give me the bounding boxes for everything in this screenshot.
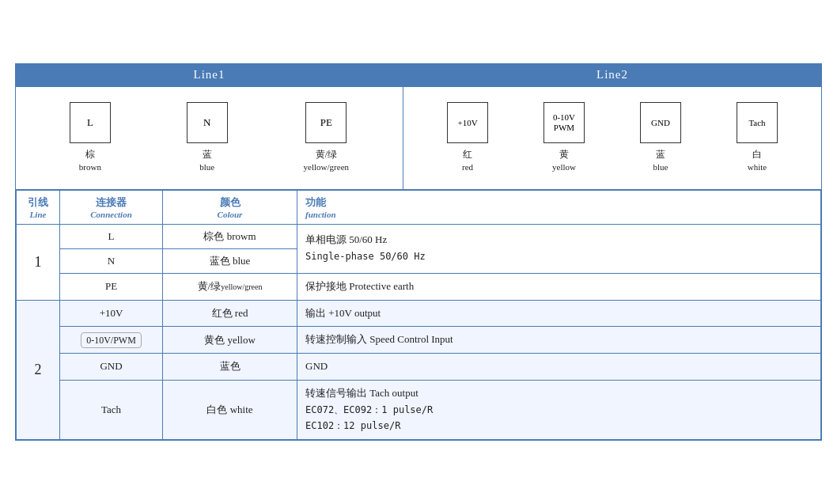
header-line1: Line1 <box>16 63 403 86</box>
connector-item: L 棕 brown <box>70 102 111 173</box>
connector-label: 棕 brown <box>79 148 101 173</box>
connector-cn: 红 <box>462 148 473 161</box>
connector-item: GND 蓝 blue <box>640 102 681 173</box>
cell-color: 蓝色 <box>163 354 297 381</box>
header-row: Line1 Line2 <box>16 63 821 87</box>
th-conn-en: Connection <box>68 210 154 219</box>
connector-box: +10V <box>447 102 488 143</box>
th-color-cn: 颜色 <box>171 195 289 210</box>
connector-en: blue <box>653 161 668 173</box>
diagram-line2: +10V 红 red 0-10VPWM 黄 yellow GND 蓝 blue … <box>403 87 821 189</box>
connector-box: GND <box>640 102 681 143</box>
cell-color: 黄/绿yellow/green <box>163 273 297 300</box>
connector-en: white <box>748 161 767 173</box>
cell-color: 红色 red <box>163 300 297 327</box>
th-line-cn: 引线 <box>25 195 51 210</box>
connector-label: 蓝 blue <box>653 148 668 173</box>
table-row: 2+10V红色 red输出 +10V output <box>17 300 821 327</box>
cell-function: GND <box>297 354 821 381</box>
connector-en: red <box>462 161 473 173</box>
table-row: 1L棕色 browm单相电源 50/60 HzSingle-phase 50/6… <box>17 224 821 248</box>
connector-item: PE 黄/绿 yellow/green <box>304 102 349 173</box>
cell-connector: N <box>60 248 163 273</box>
connector-box: PE <box>305 102 347 143</box>
connector-box: 0-10VPWM <box>543 102 585 143</box>
connector-label: 白 white <box>748 148 767 173</box>
cell-function: 保护接地 Protective earth <box>297 273 821 300</box>
header-line2: Line2 <box>403 63 821 86</box>
table-row: PE黄/绿yellow/green保护接地 Protective earth <box>17 273 821 300</box>
connector-box: N <box>187 102 228 143</box>
th-color: 颜色 Colour <box>163 190 297 224</box>
cell-function: 转速信号输出 Tach outputEC072、EC092：1 pulse/RE… <box>297 380 821 439</box>
connector-cn: 蓝 <box>199 148 214 161</box>
table-row: 0-10V/PWM黄色 yellow转速控制输入 Speed Control I… <box>17 327 821 354</box>
connector-item: +10V 红 red <box>447 102 488 173</box>
main-container: Line1 Line2 L 棕 brown N 蓝 blue PE 黄/绿 ye… <box>15 63 822 441</box>
connector-cn: 黄/绿 <box>304 148 349 161</box>
cell-connector: PE <box>60 273 163 300</box>
connector-label: 黄/绿 yellow/green <box>304 148 349 173</box>
th-func: 功能 function <box>297 190 821 224</box>
th-color-en: Colour <box>171 210 289 219</box>
connector-item: Tach 白 white <box>737 102 778 173</box>
th-line: 引线 Line <box>17 190 60 224</box>
th-line-en: Line <box>25 210 51 219</box>
diagram-row: L 棕 brown N 蓝 blue PE 黄/绿 yellow/green +… <box>16 87 821 190</box>
cell-color: 棕色 browm <box>163 224 297 248</box>
cell-function: 输出 +10V output <box>297 300 821 327</box>
table-body: 1L棕色 browm单相电源 50/60 HzSingle-phase 50/6… <box>17 224 821 440</box>
table-header-row: 引线 Line 连接器 Connection 颜色 Colour 功能 func… <box>17 190 821 224</box>
connector-cn: 蓝 <box>653 148 668 161</box>
th-conn: 连接器 Connection <box>60 190 163 224</box>
cell-connector: GND <box>60 354 163 381</box>
cell-color: 黄色 yellow <box>163 327 297 354</box>
cell-color: 蓝色 blue <box>163 248 297 273</box>
connector-label: 蓝 blue <box>199 148 214 173</box>
connector-en: brown <box>79 161 101 173</box>
connector-label: 红 red <box>462 148 473 173</box>
connector-box: Tach <box>737 102 778 143</box>
th-func-en: function <box>305 210 812 219</box>
table-row: GND蓝色GND <box>17 354 821 381</box>
connector-cn: 棕 <box>79 148 101 161</box>
cell-connector: L <box>60 224 163 248</box>
cell-line-group: 1 <box>17 224 60 300</box>
connector-item: N 蓝 blue <box>187 102 228 173</box>
connector-en: blue <box>199 161 214 173</box>
cell-color: 白色 white <box>163 380 297 439</box>
diagram-line1: L 棕 brown N 蓝 blue PE 黄/绿 yellow/green <box>16 87 403 189</box>
connector-box: L <box>70 102 111 143</box>
connector-cn: 白 <box>748 148 767 161</box>
connector-en: yellow/green <box>304 161 349 173</box>
cell-connector: Tach <box>60 380 163 439</box>
data-table: 引线 Line 连接器 Connection 颜色 Colour 功能 func… <box>16 190 821 441</box>
connector-cn: 黄 <box>552 148 576 161</box>
cell-line-group: 2 <box>17 300 60 440</box>
table-row: Tach白色 white转速信号输出 Tach outputEC072、EC09… <box>17 380 821 439</box>
cell-connector: +10V <box>60 300 163 327</box>
cell-connector: 0-10V/PWM <box>60 327 163 354</box>
table-wrapper: 引线 Line 连接器 Connection 颜色 Colour 功能 func… <box>16 190 821 441</box>
th-func-cn: 功能 <box>305 195 812 210</box>
th-conn-cn: 连接器 <box>68 195 154 210</box>
connector-label: 黄 yellow <box>552 148 576 173</box>
cell-function: 转速控制输入 Speed Control Input <box>297 327 821 354</box>
cell-function: 单相电源 50/60 HzSingle-phase 50/60 Hz <box>297 224 821 273</box>
connector-en: yellow <box>552 161 576 173</box>
connector-item: 0-10VPWM 黄 yellow <box>543 102 585 173</box>
